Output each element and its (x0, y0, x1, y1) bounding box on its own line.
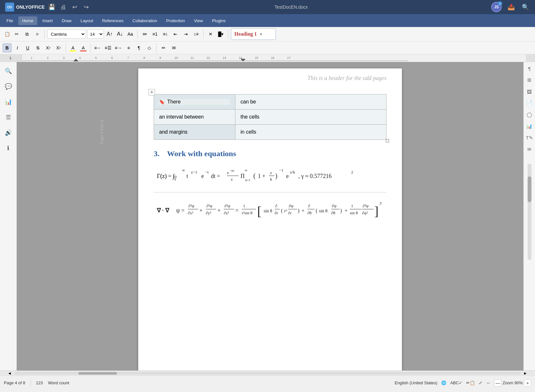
font-family-select[interactable]: Cambria (47, 30, 86, 39)
right-sidebar-mail-icon[interactable]: ✉ (526, 146, 533, 153)
menu-file[interactable]: File (3, 16, 17, 25)
share-button[interactable]: 📤 (507, 3, 516, 12)
document-area[interactable]: Page 5 from 8 This is a header for the o… (17, 62, 523, 370)
align-left-button[interactable]: ≡← (93, 43, 102, 52)
print-button[interactable]: 🖨 (59, 3, 68, 12)
hscroll-track[interactable] (14, 372, 521, 375)
increase-indent-button[interactable]: ⇥ (181, 30, 190, 39)
heading-dropdown-arrow[interactable]: ▼ (259, 32, 263, 36)
right-sidebar-shape-icon[interactable]: ◯ (526, 111, 533, 119)
vertical-scrollbar[interactable] (528, 164, 531, 260)
fit-page-icon[interactable]: ⤢ (479, 380, 482, 385)
ruler-corner[interactable]: L (0, 54, 22, 62)
bullet-list-button[interactable]: ≡• (140, 30, 149, 39)
avatar[interactable]: JS 1 (491, 2, 502, 12)
svg-text:∂²ψ: ∂²ψ (206, 203, 212, 208)
right-sidebar-image-icon[interactable]: 🖼 (526, 88, 533, 95)
cut-button[interactable]: ✂ (12, 30, 21, 39)
sidebar-comments-icon[interactable]: 💬 (3, 81, 14, 92)
bold-button[interactable]: B (3, 43, 12, 52)
shading2-button[interactable]: ◇ (145, 43, 154, 52)
svg-text:∂²ψ: ∂²ψ (188, 203, 194, 208)
zoom-out-button[interactable]: — (494, 379, 501, 387)
table-resize-handle[interactable] (386, 139, 389, 142)
copy-button[interactable]: ⧉ (23, 30, 32, 39)
scrollbar-thumb[interactable] (528, 176, 531, 202)
globe-icon[interactable]: 🌐 (441, 380, 446, 385)
font-size-select[interactable]: 14 (87, 30, 104, 39)
page-content: ✛ 🔖 There can be (138, 88, 402, 244)
zoom-in-button[interactable]: + (524, 379, 531, 387)
svg-text:2: 2 (47, 56, 49, 59)
sidebar-data-icon[interactable]: 📊 (3, 97, 14, 107)
menu-protection[interactable]: Protection (162, 16, 189, 25)
right-sidebar-table-icon[interactable]: ⊞ (526, 76, 533, 84)
copy-style-button[interactable]: ✏ (159, 43, 168, 52)
svg-text:=: = (235, 207, 239, 214)
increase-font-size-button[interactable]: A↑ (105, 30, 114, 39)
font-color-button[interactable]: A (79, 43, 88, 52)
change-case-button[interactable]: Aa (126, 30, 135, 39)
svg-text:ψ  =: ψ = (176, 207, 185, 214)
sidebar-info-icon[interactable]: ℹ (3, 143, 14, 153)
right-sidebar-paragraph-icon[interactable]: ¶ (526, 65, 533, 72)
clear-formatting-button[interactable]: ✕ (206, 30, 215, 39)
table-move-handle[interactable]: ✛ (149, 89, 155, 95)
hscroll-thumb[interactable] (78, 372, 117, 375)
menu-home[interactable]: Home (18, 16, 37, 25)
superscript-button[interactable]: X2 (44, 43, 53, 52)
line-spacing-button[interactable]: ↕≡ (192, 30, 201, 39)
search-button[interactable]: 🔍 (521, 3, 530, 12)
table-cell-interval[interactable]: an interval between (154, 110, 235, 125)
italic-button[interactable]: I (13, 43, 22, 52)
undo-button[interactable]: ↩ (70, 3, 79, 12)
align-right-button[interactable]: ≡→ (114, 43, 123, 52)
menu-insert[interactable]: Insert (39, 16, 57, 25)
right-sidebar-chart-icon[interactable]: 📊 (526, 122, 533, 130)
strikethrough-button[interactable]: S (33, 43, 42, 52)
heading-style-box[interactable]: Heading 1 ▼ (231, 28, 276, 40)
app-logo[interactable]: OO ONLYOFFICE (5, 3, 45, 12)
paste-button[interactable]: 📋 (3, 30, 12, 39)
underline-button[interactable]: U (23, 43, 32, 52)
svg-text:): ) (340, 208, 342, 214)
right-sidebar-page-icon[interactable]: 📄 (526, 99, 533, 107)
table-cell-there[interactable]: 🔖 There (154, 94, 235, 110)
menu-plugins[interactable]: Plugins (208, 16, 230, 25)
decrease-indent-button[interactable]: ⇤ (171, 30, 180, 39)
decrease-font-size-button[interactable]: A↓ (115, 30, 124, 39)
sidebar-audio-icon[interactable]: 🔊 (3, 128, 14, 138)
paragraph-marks-button[interactable]: ¶ (134, 43, 143, 52)
redo-button[interactable]: ↪ (82, 3, 91, 12)
sidebar-search-icon[interactable]: 🔍 (3, 66, 14, 76)
multilevel-list-button[interactable]: ≡↕ (161, 30, 170, 39)
menu-references[interactable]: References (98, 16, 127, 25)
numbered-list-button[interactable]: ≡1 (150, 30, 159, 39)
table-cell-in-cells[interactable]: in cells (235, 125, 386, 140)
word-count-label[interactable]: Word count (48, 380, 69, 385)
format-painter-button[interactable]: ⌗ (33, 30, 42, 39)
track-changes-icon[interactable]: ✏📋 (466, 380, 475, 385)
fit-width-icon[interactable]: ↔ (486, 380, 490, 385)
shading-button[interactable]: █▾ (216, 30, 225, 39)
svg-text:16: 16 (271, 56, 274, 59)
highlight-color-button[interactable]: A (68, 43, 77, 52)
menu-draw[interactable]: Draw (58, 16, 75, 25)
scroll-left-button[interactable]: ◀ (5, 369, 14, 378)
spell-check-icon[interactable]: ABC✓ (450, 380, 462, 385)
justify-button[interactable]: ≡ (124, 43, 133, 52)
table-cell-margins[interactable]: and margins (154, 125, 235, 140)
table-cell-cells[interactable]: the cells (235, 110, 386, 125)
subscript-button[interactable]: X2 (54, 43, 63, 52)
table-cell-can-be[interactable]: can be (235, 94, 386, 110)
menu-view[interactable]: View (190, 16, 207, 25)
menu-layout[interactable]: Layout (77, 16, 97, 25)
svg-text:∂z²: ∂z² (224, 210, 229, 215)
sidebar-navigation-icon[interactable]: ☰ (3, 112, 14, 122)
save-button[interactable]: 💾 (47, 3, 56, 12)
menu-collaboration[interactable]: Collaboration (129, 16, 161, 25)
language-selector[interactable]: English (United States) (394, 380, 437, 385)
align-center-button[interactable]: ≡☰ (104, 43, 113, 52)
right-sidebar-text-art-icon[interactable]: T✎ (526, 134, 533, 142)
mail-merge-button[interactable]: ✉ (169, 43, 178, 52)
